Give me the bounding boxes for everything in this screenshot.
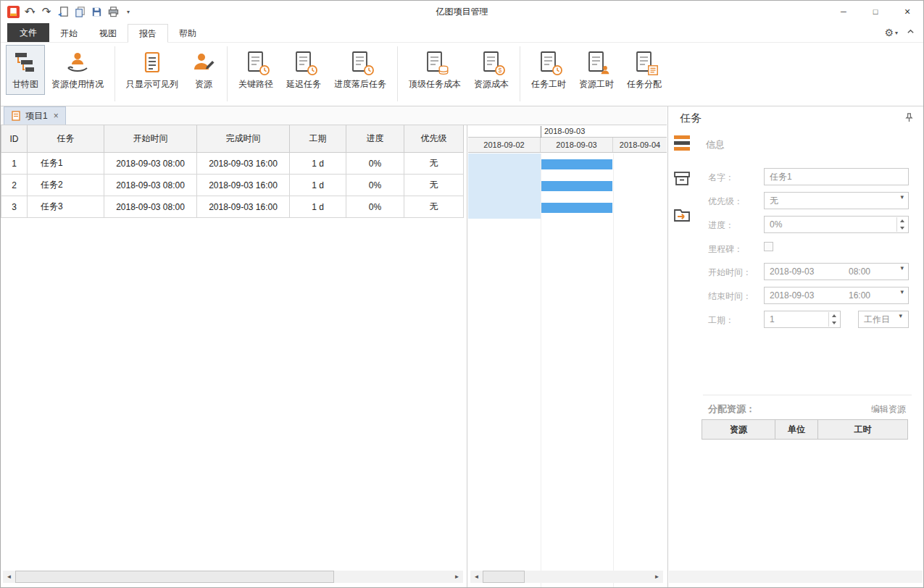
- redo-icon: ↷: [42, 5, 51, 18]
- chevron-down-icon[interactable]: ▾: [900, 193, 904, 201]
- ribbon-button-behind-schedule-tasks[interactable]: 进度落后任务: [328, 45, 393, 95]
- ribbon-button-top-task-cost[interactable]: 顶级任务成本: [402, 45, 467, 95]
- cell-start[interactable]: 2018-09-03 08:00: [104, 175, 197, 196]
- name-input[interactable]: [764, 168, 909, 185]
- cell-id[interactable]: 1: [1, 153, 28, 175]
- table-row-3[interactable]: 3 任务3 2018-09-03 08:00 2018-09-03 16:00 …: [1, 196, 467, 218]
- duration-field-row: 工期： 1 工作日 ▾: [668, 308, 923, 332]
- cell-start[interactable]: 2018-09-03 08:00: [104, 153, 197, 175]
- scrollbar-track[interactable]: [483, 571, 651, 583]
- cell-priority[interactable]: 无: [404, 196, 464, 218]
- scroll-right-icon[interactable]: ►: [651, 571, 663, 583]
- cell-finish[interactable]: 2018-09-03 16:00: [197, 175, 290, 196]
- cell-id[interactable]: 2: [1, 175, 28, 196]
- cell-priority[interactable]: 无: [404, 153, 464, 175]
- ribbon-button-critical-path[interactable]: 关键路径: [232, 45, 280, 95]
- ribbon-button-task-assignment[interactable]: 任务分配: [620, 45, 668, 95]
- cell-duration[interactable]: 1 d: [290, 153, 346, 175]
- column-header-id[interactable]: ID: [1, 125, 28, 153]
- collapse-ribbon-button[interactable]: [907, 28, 915, 38]
- cell-task[interactable]: 任务1: [28, 153, 104, 175]
- print-button[interactable]: [106, 4, 120, 20]
- ribbon-button-resource-usage[interactable]: 资源使用情况: [45, 45, 110, 95]
- close-button[interactable]: ×: [891, 1, 923, 22]
- panel-title: 任务: [680, 112, 702, 125]
- ribbon-button-resource-hours[interactable]: 资源工时: [573, 45, 620, 95]
- cell-progress[interactable]: 0%: [346, 175, 404, 196]
- minimize-button[interactable]: ─: [828, 1, 860, 22]
- undo-button[interactable]: ↶▾: [22, 4, 37, 20]
- milestone-checkbox[interactable]: [764, 242, 773, 251]
- app-logo-icon[interactable]: [6, 4, 20, 20]
- start-time-picker[interactable]: 2018-09-03 08:00: [764, 263, 909, 280]
- spin-up-icon[interactable]: [897, 217, 907, 224]
- spin-up-icon[interactable]: [829, 312, 839, 319]
- pin-panel-button[interactable]: [904, 113, 914, 122]
- chevron-down-icon[interactable]: ▾: [900, 264, 904, 272]
- maximize-button[interactable]: □: [860, 1, 891, 22]
- cell-task[interactable]: 任务2: [28, 175, 104, 196]
- scroll-left-icon[interactable]: ◄: [3, 571, 15, 583]
- tab-help[interactable]: 帮助: [168, 24, 207, 43]
- chevron-down-icon[interactable]: ▾: [900, 288, 904, 295]
- tab-report[interactable]: 报告: [128, 24, 168, 43]
- gantt-day-label: 2018-09-04: [613, 138, 667, 152]
- document-tab-project1[interactable]: 项目1 ×: [4, 106, 66, 125]
- cell-task[interactable]: 任务3: [28, 196, 104, 218]
- table-row-2[interactable]: 2 任务2 2018-09-03 08:00 2018-09-03 16:00 …: [1, 175, 467, 196]
- ribbon-button-resource[interactable]: 资源: [185, 45, 222, 95]
- duration-spinner[interactable]: 1: [764, 311, 841, 328]
- column-header-duration[interactable]: 工期: [290, 125, 346, 153]
- cell-id[interactable]: 3: [1, 196, 28, 218]
- chevron-down-icon[interactable]: ▾: [899, 312, 902, 319]
- progress-field-row: 进度： 0%: [668, 214, 923, 238]
- open-button[interactable]: [72, 4, 87, 20]
- cell-progress[interactable]: 0%: [346, 196, 404, 218]
- cell-progress[interactable]: 0%: [346, 153, 404, 175]
- pin-icon: [904, 113, 914, 122]
- ribbon-button-delayed-tasks[interactable]: 延迟任务: [280, 45, 328, 95]
- spin-down-icon[interactable]: [897, 224, 907, 232]
- tab-home[interactable]: 开始: [49, 24, 88, 43]
- tab-view[interactable]: 视图: [88, 24, 128, 43]
- cell-duration[interactable]: 1 d: [290, 175, 346, 196]
- cell-duration[interactable]: 1 d: [290, 196, 346, 218]
- scrollbar-thumb[interactable]: [483, 571, 525, 583]
- edit-resources-link[interactable]: 编辑资源: [871, 403, 906, 416]
- table-row-1[interactable]: 1 任务1 2018-09-03 08:00 2018-09-03 16:00 …: [1, 153, 467, 175]
- scroll-left-icon[interactable]: ◄: [470, 571, 483, 583]
- priority-select[interactable]: 无: [764, 192, 909, 209]
- column-header-priority[interactable]: 优先级: [404, 125, 464, 153]
- ribbon-button-resource-cost[interactable]: 资源成本: [467, 45, 515, 95]
- cell-start[interactable]: 2018-09-03 08:00: [104, 196, 197, 218]
- tab-close-icon[interactable]: ×: [54, 111, 59, 121]
- file-menu-button[interactable]: 文件: [7, 23, 49, 42]
- ribbon-button-visible-columns[interactable]: 只显示可见列: [120, 45, 185, 95]
- cell-finish[interactable]: 2018-09-03 16:00: [197, 153, 290, 175]
- end-time-picker[interactable]: 2018-09-03 16:00: [764, 287, 909, 304]
- column-header-progress[interactable]: 进度: [346, 125, 404, 153]
- progress-spinner[interactable]: 0%: [764, 216, 909, 233]
- scrollbar-thumb[interactable]: [15, 571, 334, 583]
- customize-toolbar-button[interactable]: ▾: [121, 4, 136, 20]
- redo-button[interactable]: ↷: [39, 4, 54, 20]
- import-button[interactable]: [56, 4, 70, 20]
- panel-scrollbar-track[interactable]: [669, 571, 923, 583]
- ribbon-button-gantt-chart[interactable]: 甘特图: [6, 45, 45, 95]
- scrollbar-track[interactable]: [15, 571, 451, 583]
- gantt-bar[interactable]: [541, 203, 612, 213]
- column-header-start[interactable]: 开始时间: [104, 125, 197, 153]
- save-button[interactable]: [89, 4, 104, 20]
- column-header-task[interactable]: 任务: [28, 125, 104, 153]
- settings-button[interactable]: ⚙▾: [884, 27, 898, 38]
- import-icon: [57, 6, 70, 18]
- task-info-tab-icon[interactable]: [672, 133, 692, 153]
- ribbon-button-task-hours[interactable]: 任务工时: [525, 45, 573, 95]
- column-header-finish[interactable]: 完成时间: [197, 125, 290, 153]
- spin-down-icon[interactable]: [829, 319, 839, 327]
- gantt-bar[interactable]: [541, 181, 612, 191]
- cell-priority[interactable]: 无: [404, 175, 464, 196]
- scroll-right-icon[interactable]: ►: [451, 571, 463, 583]
- gantt-bar[interactable]: [541, 159, 612, 169]
- cell-finish[interactable]: 2018-09-03 16:00: [197, 196, 290, 218]
